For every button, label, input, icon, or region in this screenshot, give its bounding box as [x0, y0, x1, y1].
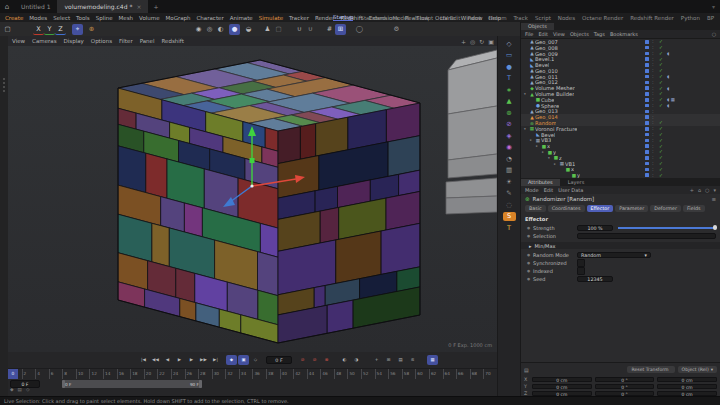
attr-menu-item[interactable]: User Data: [558, 187, 583, 193]
tag-icons[interactable]: ◖: [667, 103, 671, 108]
layout-tab[interactable]: Python: [681, 15, 700, 21]
layer-chip[interactable]: [645, 63, 649, 67]
layer-chip[interactable]: [645, 133, 649, 137]
enable-check-icon[interactable]: ✓: [659, 103, 663, 108]
cam-icon[interactable]: ▤: [18, 387, 22, 392]
menu-item[interactable]: Spline: [96, 15, 113, 21]
dock-grip[interactable]: [3, 78, 5, 92]
attribute-tab[interactable]: Layers: [561, 179, 592, 186]
parameter-tab[interactable]: Fields: [683, 205, 705, 212]
size-field[interactable]: 0 cm: [657, 377, 717, 383]
coord-menu-icon[interactable]: ▤: [524, 367, 529, 373]
group-icon[interactable]: ◉: [503, 143, 516, 151]
dropdown-icon[interactable]: ▾: [713, 187, 716, 193]
tag-icons[interactable]: ◖: [667, 51, 671, 56]
enable-check-icon[interactable]: ✓: [659, 149, 663, 154]
layer-chip[interactable]: [645, 144, 649, 148]
time-icon[interactable]: ◔: [503, 155, 516, 163]
prev-key-button[interactable]: ◀◀: [150, 355, 161, 365]
parameter-tab[interactable]: Coordinates: [548, 205, 585, 212]
visibility-dots-icon[interactable]: :: [652, 172, 654, 178]
render-team-button[interactable]: ◒: [243, 24, 254, 35]
viewport-menu-item[interactable]: Filter: [119, 38, 133, 44]
close-tab-icon[interactable]: ×: [136, 0, 141, 13]
scale-keys-button[interactable]: ⊞: [383, 355, 394, 365]
viewport-menu-item[interactable]: View: [12, 38, 25, 44]
menu-item[interactable]: Render: [315, 15, 335, 21]
menu-item[interactable]: Character: [197, 15, 224, 21]
parameter-tab[interactable]: Effector: [587, 205, 614, 212]
rotation-field[interactable]: 0 °: [595, 384, 655, 390]
window-menu-icon[interactable]: ▾: [712, 3, 715, 10]
character-button[interactable]: ♟: [262, 24, 273, 35]
keyframe-selection-button[interactable]: ◇: [250, 355, 261, 365]
home-icon[interactable]: ⌂: [0, 3, 14, 11]
document-tab-untitled[interactable]: Untitled 1: [14, 0, 57, 13]
layer-chip[interactable]: [645, 156, 649, 160]
frame-icon[interactable]: ▭: [503, 51, 516, 59]
menu-item[interactable]: Select: [53, 15, 70, 21]
om-menu-item[interactable]: View: [553, 31, 565, 37]
size-field[interactable]: 0 cm: [657, 384, 717, 390]
enable-check-icon[interactable]: ✓: [659, 97, 663, 102]
minmax-group-header[interactable]: ▸ Min/Max: [521, 242, 720, 249]
random-mode-select[interactable]: Random ▾: [577, 252, 651, 258]
layer-chip[interactable]: [645, 57, 649, 61]
enable-check-icon[interactable]: ✓: [659, 51, 663, 56]
ring-icon[interactable]: ◌: [503, 201, 516, 209]
attr-menu-item[interactable]: Edit: [544, 187, 554, 193]
strength-slider[interactable]: [618, 227, 716, 229]
enable-check-icon[interactable]: ✓: [659, 126, 663, 131]
position-field[interactable]: 0 cm: [532, 377, 592, 383]
layout-tab[interactable]: Groom: [488, 15, 507, 21]
layer-chip[interactable]: [645, 139, 649, 143]
cloner-icon[interactable]: ∗: [503, 86, 516, 94]
viewport-menu-item[interactable]: Cameras: [32, 38, 56, 44]
layout-tab[interactable]: Redshift Render: [630, 15, 674, 21]
layout-tab[interactable]: Sculpt: [416, 15, 433, 21]
clamp-button[interactable]: ▤: [395, 355, 406, 365]
coord-system-button[interactable]: ⊕: [86, 24, 97, 35]
selection-tool-icon[interactable]: ▢: [2, 24, 13, 35]
menu-item[interactable]: MoGraph: [166, 15, 191, 21]
om-menu-item[interactable]: File: [525, 31, 533, 37]
document-tab-active[interactable]: volumemodeling.c4d * ×: [57, 0, 148, 13]
coord-button[interactable]: Object (Rel) ▾: [678, 366, 717, 373]
layer-chip[interactable]: [645, 115, 649, 119]
parameter-tab[interactable]: Deformer: [650, 205, 681, 212]
record-scale-button[interactable]: ⊘: [309, 355, 320, 365]
layer-chip[interactable]: [645, 98, 649, 102]
menu-item[interactable]: Tools: [76, 15, 90, 21]
position-field[interactable]: 0 cm: [532, 384, 592, 390]
ripple-button[interactable]: ≋: [407, 355, 418, 365]
layout-tab[interactable]: UV Edit: [440, 15, 460, 21]
sphere-icon[interactable]: ●: [503, 63, 516, 71]
render-ipr-button[interactable]: ◐: [215, 24, 226, 35]
switch-view-icon[interactable]: ▣: [488, 38, 494, 45]
key-icon[interactable]: ◆: [10, 387, 14, 392]
seed-field[interactable]: 12345: [577, 276, 613, 282]
menu-item[interactable]: Mesh: [119, 15, 133, 21]
record-rotation-button[interactable]: ⊗: [321, 355, 332, 365]
pan-icon[interactable]: +: [461, 38, 466, 45]
tag-icons[interactable]: ◖▦: [667, 97, 676, 102]
layer-chip[interactable]: [645, 40, 649, 44]
move-keys-button[interactable]: +: [371, 355, 382, 365]
layout-tab[interactable]: Paint: [467, 15, 481, 21]
enable-check-icon[interactable]: ✓: [659, 161, 663, 166]
record-pla-button[interactable]: ◑: [351, 355, 362, 365]
layout-tab[interactable]: Standard: [360, 15, 385, 21]
layer-chip[interactable]: [645, 150, 649, 154]
om-menu-item[interactable]: Tags: [594, 31, 605, 37]
menu-item[interactable]: Create: [5, 15, 23, 21]
gray-fractured-cube[interactable]: [446, 50, 497, 214]
next-key-button[interactable]: ▶▶: [198, 355, 209, 365]
sculpt-icon[interactable]: S: [503, 212, 516, 220]
pen-icon[interactable]: ✎: [503, 189, 516, 197]
layout-tab[interactable]: Script: [535, 15, 551, 21]
tag-icons[interactable]: ◖: [667, 74, 671, 79]
layout-tab[interactable]: Octane Render: [582, 15, 623, 21]
layer-chip[interactable]: [645, 168, 649, 172]
viewport-menu-item[interactable]: Panel: [140, 38, 155, 44]
home-icon[interactable]: ⌂: [698, 187, 701, 193]
